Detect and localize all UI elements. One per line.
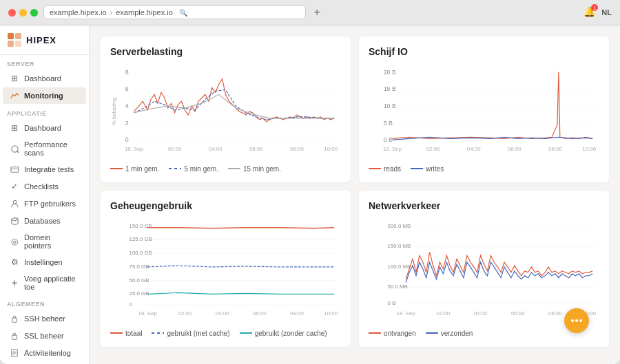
svg-text:5 B: 5 B	[384, 120, 393, 127]
legend-verzonden-line	[426, 332, 438, 334]
svg-text:06:00: 06:00	[249, 146, 263, 152]
svg-rect-0	[8, 33, 14, 39]
logo-icon	[7, 32, 22, 47]
svg-text:06:00: 06:00	[511, 310, 525, 317]
chat-dot-2	[575, 319, 578, 322]
svg-text:04:00: 04:00	[474, 310, 488, 317]
browser-chrome: example.hipex.io › example.hipex.io 🔍 + …	[0, 0, 620, 25]
legend-gebruikt-met-cache-label: gebruikt (met cache)	[167, 330, 229, 337]
chart-schijf-io: Schijf IO 20 B 15 B 10 B 5 B 0 B	[359, 36, 609, 182]
chart-schijf-io-title: Schijf IO	[369, 46, 599, 57]
svg-text:0 B: 0 B	[388, 300, 396, 306]
chart-netwerkverkeer-legend: ontvangen verzonden	[369, 330, 599, 337]
svg-text:0: 0	[125, 136, 129, 143]
legend-5min: 5 min gem.	[169, 165, 218, 173]
svg-text:50.0 GB: 50.0 GB	[130, 277, 149, 283]
sidebar-item-ssh-beheer[interactable]: SSH beheer	[3, 310, 86, 327]
svg-text:02:00: 02:00	[426, 146, 440, 152]
sidebar-item-voeg-applicatie-toe[interactable]: + Voeg applicatie toe	[3, 271, 86, 295]
sidebar-item-label: Performance scans	[24, 140, 79, 157]
chat-dot-3	[579, 319, 582, 322]
svg-text:08:00: 08:00	[548, 310, 562, 317]
svg-text:10:00: 10:00	[324, 310, 338, 317]
address-sep: ›	[110, 8, 113, 17]
svg-text:0 B: 0 B	[384, 136, 393, 143]
legend-reads-line	[369, 168, 381, 169]
svg-text:08:00: 08:00	[290, 310, 304, 317]
svg-text:10:00: 10:00	[582, 146, 596, 152]
minimize-button[interactable]	[19, 9, 27, 17]
svg-rect-11	[12, 335, 17, 339]
sidebar-item-label: Monitoring	[24, 92, 63, 100]
add-tab-button[interactable]: +	[311, 6, 323, 19]
sidebar-item-label: Integratie tests	[24, 165, 74, 173]
sidebar: HIPEX SERVER ⊞ Dashboard Monitoring APPL…	[0, 25, 90, 364]
maximize-button[interactable]	[30, 9, 38, 17]
svg-text:2: 2	[125, 120, 129, 127]
sidebar-item-performance-scans[interactable]: Performance scans	[3, 137, 86, 160]
sidebar-item-domein-pointers[interactable]: ◎ Domein pointers	[3, 230, 86, 253]
language-selector[interactable]: NL	[601, 8, 612, 17]
sidebar-item-ftp-gebruikers[interactable]: FTP gebruikers	[3, 195, 86, 212]
sidebar-item-ssl-beheer[interactable]: SSL beheer	[3, 328, 86, 344]
address-path: example.hipex.io	[116, 8, 173, 17]
svg-text:100.0 MB: 100.0 MB	[388, 264, 411, 270]
legend-writes-label: writes	[426, 165, 444, 173]
checklists-icon: ✓	[10, 182, 19, 191]
integratie-tests-icon	[10, 164, 19, 174]
svg-text:100.0 GB: 100.0 GB	[130, 250, 152, 256]
svg-text:06:00: 06:00	[508, 146, 521, 152]
close-button[interactable]	[8, 9, 16, 17]
ssl-beheer-icon	[10, 331, 19, 341]
legend-reads: reads	[369, 165, 401, 173]
main-content: Serverbelasting 8 6 4 2 0 % belasting	[90, 25, 620, 364]
svg-text:06:00: 06:00	[253, 310, 267, 317]
svg-text:10:00: 10:00	[324, 146, 338, 152]
sidebar-item-dashboard-server[interactable]: ⊞ Dashboard	[3, 70, 86, 87]
chart-netwerkverkeer-area: 200.0 MB 150.0 MB 100.0 MB 50.0 MB 0 B 1…	[369, 218, 599, 325]
section-applicatie: APPLICATIE	[0, 105, 89, 119]
traffic-lights	[8, 9, 38, 17]
sidebar-item-instellingen-app[interactable]: ⚙ Instellingen	[3, 254, 86, 270]
sidebar-item-label: SSL beheer	[24, 332, 64, 340]
notification-bell[interactable]: 🔔 1	[583, 6, 596, 19]
svg-rect-3	[15, 41, 21, 47]
svg-text:4: 4	[125, 103, 129, 109]
activiteitenlog-icon	[10, 348, 19, 358]
legend-1min-line	[110, 168, 123, 169]
address-domain: example.hipex.io	[50, 8, 107, 17]
ftp-gebruikers-icon	[10, 199, 19, 208]
legend-1min-label: 1 min gem.	[125, 165, 159, 173]
svg-text:08:00: 08:00	[548, 146, 562, 152]
legend-gebruikt-zonder-cache-line	[240, 332, 252, 334]
svg-text:18. Sep: 18. Sep	[138, 310, 158, 317]
geheugengebruik-svg: 150.0 GB 125.0 GB 100.0 GB 75.0 GB 50.0 …	[110, 218, 341, 323]
legend-writes: writes	[411, 165, 444, 173]
sidebar-item-dashboard-app[interactable]: ⊞ Dashboard	[3, 120, 86, 136]
dashboard-app-icon: ⊞	[10, 123, 19, 133]
address-bar[interactable]: example.hipex.io › example.hipex.io 🔍	[43, 6, 306, 19]
netwerkverkeer-svg: 200.0 MB 150.0 MB 100.0 MB 50.0 MB 0 B 1…	[369, 218, 599, 323]
svg-line-5	[17, 151, 19, 153]
chat-bubble-dots	[571, 319, 582, 322]
sidebar-item-integratie-tests[interactable]: Integratie tests	[3, 161, 86, 178]
domein-pointers-icon: ◎	[10, 237, 19, 246]
svg-text:18. Sep: 18. Sep	[397, 310, 416, 317]
sidebar-item-label: Databases	[24, 217, 61, 225]
chart-serverbelasting-title: Serverbelasting	[110, 46, 341, 57]
ssh-beheer-icon	[10, 314, 19, 323]
legend-reads-label: reads	[384, 165, 401, 173]
sidebar-item-activiteitenlog[interactable]: Activiteitenlog	[3, 345, 86, 361]
legend-5min-line	[169, 168, 181, 169]
chat-bubble-button[interactable]	[564, 308, 589, 333]
legend-gebruikt-met-cache: gebruikt (met cache)	[152, 330, 229, 337]
chart-serverbelasting-legend: 1 min gem. 5 min gem. 15 min gem.	[110, 165, 341, 173]
svg-text:04:00: 04:00	[467, 146, 481, 152]
legend-gebruikt-zonder-cache-label: gebruikt (zonder cache)	[255, 330, 327, 337]
monitoring-icon	[10, 91, 19, 100]
legend-ontvangen: ontvangen	[369, 330, 416, 337]
sidebar-item-checklists[interactable]: ✓ Checklists	[3, 178, 86, 195]
sidebar-item-databases[interactable]: Databases	[3, 213, 86, 229]
sidebar-item-monitoring[interactable]: Monitoring	[3, 87, 86, 104]
svg-rect-6	[10, 167, 18, 171]
